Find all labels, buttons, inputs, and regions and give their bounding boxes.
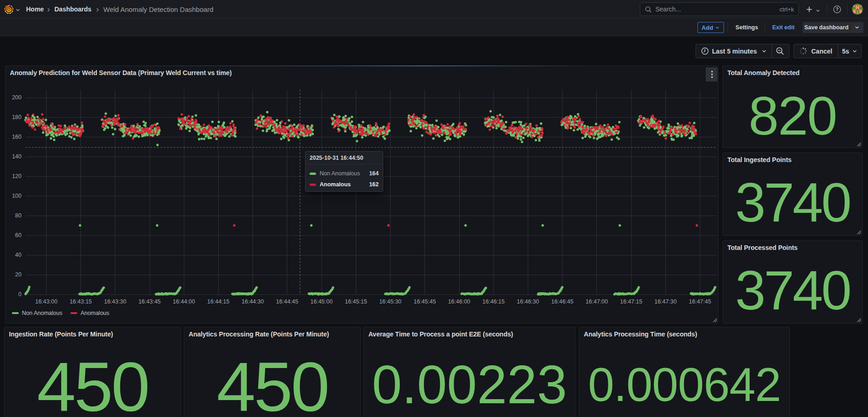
- svg-text:16:45:30: 16:45:30: [379, 298, 402, 305]
- svg-text:16:47:45: 16:47:45: [689, 298, 711, 305]
- svg-text:40: 40: [15, 252, 21, 258]
- svg-text:16:43:30: 16:43:30: [104, 298, 126, 305]
- svg-text:60: 60: [15, 232, 21, 238]
- svg-text:120: 120: [12, 173, 21, 179]
- svg-text:80: 80: [15, 212, 21, 219]
- svg-text:16:47:00: 16:47:00: [586, 298, 608, 305]
- svg-text:16:45:00: 16:45:00: [311, 298, 333, 305]
- svg-text:?: ?: [836, 6, 838, 12]
- svg-text:16:44:15: 16:44:15: [207, 298, 230, 305]
- svg-text:16:44:30: 16:44:30: [241, 298, 264, 305]
- svg-text:16:43:15: 16:43:15: [70, 298, 92, 305]
- svg-text:16:46:30: 16:46:30: [517, 298, 539, 305]
- svg-text:16:47:30: 16:47:30: [654, 298, 677, 305]
- svg-text:16:46:00: 16:46:00: [448, 298, 471, 305]
- svg-text:140: 140: [12, 153, 21, 160]
- svg-text:100: 100: [12, 193, 21, 199]
- svg-text:16:47:15: 16:47:15: [620, 298, 643, 305]
- svg-text:0: 0: [18, 291, 21, 298]
- svg-text:160: 160: [12, 134, 21, 140]
- svg-text:20: 20: [15, 271, 21, 278]
- svg-text:180: 180: [12, 114, 21, 120]
- svg-text:16:43:00: 16:43:00: [35, 298, 58, 305]
- svg-text:16:44:45: 16:44:45: [276, 298, 299, 305]
- svg-text:16:45:15: 16:45:15: [345, 298, 367, 305]
- svg-text:16:44:00: 16:44:00: [173, 298, 195, 305]
- svg-text:16:43:45: 16:43:45: [139, 298, 161, 305]
- svg-text:16:46:45: 16:46:45: [551, 298, 573, 305]
- svg-text:16:46:15: 16:46:15: [482, 298, 505, 305]
- svg-text:200: 200: [12, 94, 21, 101]
- svg-text:16:45:45: 16:45:45: [413, 298, 436, 305]
